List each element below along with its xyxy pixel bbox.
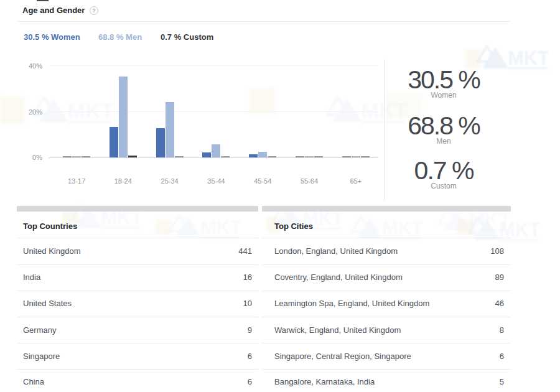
svg-text:MKT: MKT — [508, 47, 548, 68]
svg-text:MKT: MKT — [382, 218, 422, 239]
svg-text:MKT: MKT — [68, 99, 113, 123]
svg-text:MKT: MKT — [200, 217, 241, 238]
svg-text:MKT: MKT — [499, 219, 539, 240]
